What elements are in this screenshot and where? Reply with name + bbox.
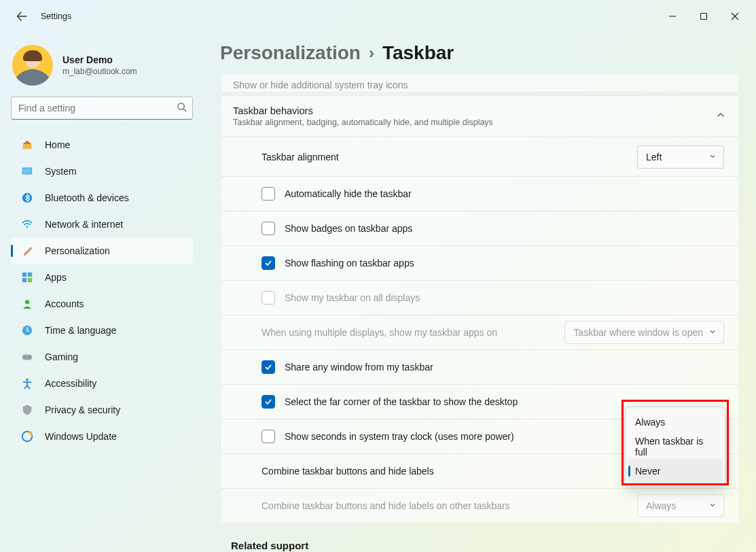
select-value: Left: [646, 152, 662, 162]
system-icon: [20, 165, 34, 178]
person-icon: [20, 297, 34, 311]
row-label: Automatically hide the taskbar: [285, 188, 724, 199]
check-icon: [264, 259, 272, 267]
checkbox[interactable]: [262, 430, 275, 443]
chevron-right-icon: ›: [369, 44, 374, 63]
maximize-button[interactable]: [688, 5, 719, 27]
svg-point-13: [24, 357, 26, 358]
close-button[interactable]: [719, 5, 751, 27]
accessibility-icon: [20, 377, 34, 390]
svg-point-10: [25, 300, 29, 304]
sidebar-item-label: Home: [45, 139, 70, 150]
popup-option-always[interactable]: Always: [628, 410, 722, 434]
alignment-select[interactable]: Left: [637, 145, 724, 169]
home-icon: [20, 138, 34, 152]
svg-rect-6: [22, 273, 26, 277]
row-flashing[interactable]: Show flashing on taskbar apps: [221, 245, 739, 280]
sidebar-item-label: Accounts: [45, 298, 84, 309]
search-input[interactable]: [11, 97, 193, 120]
search-icon: [177, 102, 187, 115]
panel-header[interactable]: Taskbar behaviors Taskbar alignment, bad…: [221, 96, 739, 137]
sidebar-item-system[interactable]: System: [11, 158, 193, 184]
row-label: When using multiple displays, show my ta…: [262, 327, 564, 338]
panel-title: Taskbar behaviors: [233, 105, 716, 116]
svg-rect-3: [23, 169, 32, 174]
back-button[interactable]: [11, 5, 33, 27]
row-label: Show my taskbar on all displays: [285, 292, 724, 303]
related-support-heading: Related support: [231, 540, 740, 551]
row-share-window[interactable]: Share any window from my taskbar: [221, 349, 739, 384]
checkbox[interactable]: [262, 187, 275, 201]
multi-display-select: Taskbar where window is open: [564, 321, 724, 344]
close-icon: [731, 12, 739, 20]
row-auto-hide[interactable]: Automatically hide the taskbar: [221, 176, 739, 211]
sidebar-item-label: Gaming: [45, 351, 78, 362]
shield-icon: [20, 403, 34, 417]
row-taskbar-alignment: Taskbar alignment Left: [221, 137, 739, 176]
select-value: Always: [646, 500, 676, 511]
checkbox[interactable]: [262, 256, 275, 270]
sidebar-item-windows-update[interactable]: Windows Update: [11, 424, 193, 449]
sidebar-item-home[interactable]: Home: [11, 132, 193, 158]
sidebar-item-network[interactable]: Network & internet: [11, 211, 193, 237]
combine-dropdown-popup: Always When taskbar is full Never: [625, 407, 725, 487]
svg-rect-12: [22, 354, 32, 360]
sidebar-item-label: Personalization: [45, 245, 110, 256]
sidebar-item-privacy[interactable]: Privacy & security: [11, 397, 193, 423]
popup-option-when-full[interactable]: When taskbar is full: [628, 434, 722, 459]
sidebar-item-accessibility[interactable]: Accessibility: [11, 370, 193, 396]
popup-option-never[interactable]: Never: [628, 459, 722, 483]
user-block[interactable]: User Demo m_lab@outlook.com: [8, 41, 196, 97]
clock-globe-icon: [20, 324, 34, 337]
select-value: Taskbar where window is open: [573, 327, 703, 338]
paintbrush-icon: [20, 244, 34, 258]
breadcrumb-current: Taskbar: [382, 42, 454, 64]
sidebar-item-label: Bluetooth & devices: [45, 192, 129, 203]
sidebar-item-apps[interactable]: Apps: [11, 264, 193, 290]
apps-icon: [20, 271, 34, 284]
sidebar-item-label: Accessibility: [45, 378, 96, 389]
panel-stub-label: Show or hide additional system tray icon…: [233, 80, 408, 90]
breadcrumb-parent[interactable]: Personalization: [220, 42, 361, 64]
wifi-icon: [20, 218, 34, 231]
titlebar: Settings: [0, 0, 756, 33]
check-icon: [264, 363, 272, 371]
bluetooth-icon: [20, 191, 34, 205]
checkbox[interactable]: [262, 360, 275, 374]
maximize-icon: [700, 12, 708, 20]
svg-point-14: [29, 357, 30, 358]
checkbox[interactable]: [262, 395, 275, 409]
chevron-up-icon: [716, 110, 725, 122]
sidebar-item-bluetooth[interactable]: Bluetooth & devices: [11, 185, 193, 211]
row-badges[interactable]: Show badges on taskbar apps: [221, 211, 739, 245]
row-label: Share any window from my taskbar: [285, 362, 724, 373]
minimize-icon: [668, 12, 677, 20]
checkbox[interactable]: [262, 222, 275, 235]
chevron-down-icon: [708, 152, 717, 162]
user-email: m_lab@outlook.com: [62, 67, 137, 76]
panel-subtitle: Taskbar alignment, badging, automaticall…: [233, 118, 716, 127]
check-icon: [264, 398, 272, 406]
row-label: Show flashing on taskbar apps: [285, 258, 724, 269]
chevron-down-icon: [708, 327, 717, 338]
svg-point-1: [178, 103, 184, 109]
gamepad-icon: [20, 350, 34, 364]
minimize-button[interactable]: [657, 5, 688, 27]
breadcrumb: Personalization › Taskbar: [220, 42, 740, 64]
sidebar-item-label: Privacy & security: [45, 404, 120, 415]
update-icon: [20, 430, 34, 443]
window-title: Settings: [41, 12, 71, 21]
user-name: User Demo: [62, 54, 137, 65]
row-label: Show badges on taskbar apps: [285, 223, 724, 234]
row-multi-display: When using multiple displays, show my ta…: [221, 315, 739, 349]
svg-rect-0: [701, 14, 707, 20]
svg-rect-7: [28, 273, 32, 277]
sidebar-item-accounts[interactable]: Accounts: [11, 291, 193, 317]
search-field[interactable]: [18, 103, 177, 114]
sidebar-item-gaming[interactable]: Gaming: [11, 344, 193, 370]
svg-rect-8: [22, 278, 26, 282]
sidebar-item-time-language[interactable]: Time & language: [11, 317, 193, 343]
panel-systray-icons[interactable]: Show or hide additional system tray icon…: [220, 73, 740, 92]
sidebar-item-label: Time & language: [45, 325, 116, 336]
sidebar-item-personalization[interactable]: Personalization: [11, 238, 193, 264]
